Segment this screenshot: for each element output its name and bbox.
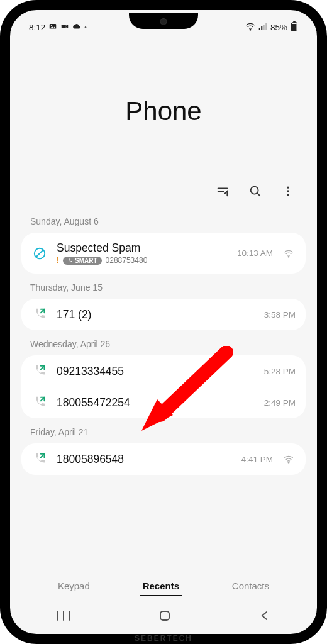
svg-point-20: [288, 256, 289, 257]
date-header: Sunday, August 6: [21, 208, 306, 233]
outgoing-call-icon: [31, 396, 48, 409]
outgoing-call-icon: [31, 364, 48, 378]
call-name: 09213334455: [57, 365, 255, 378]
call-group: 092133344555:28 PM1800554722542:49 PM: [21, 355, 306, 418]
svg-rect-7: [265, 23, 267, 30]
svg-rect-5: [261, 26, 262, 30]
svg-line-19: [36, 250, 43, 257]
device-frame: 8:12 • 85%: [0, 0, 327, 644]
svg-rect-6: [263, 25, 265, 30]
call-main: 180055472254: [57, 396, 255, 409]
search-button[interactable]: [248, 184, 263, 199]
alert-icon: !: [57, 256, 59, 265]
call-row[interactable]: 1800554722542:49 PM: [21, 387, 306, 418]
wifi-icon: [245, 22, 255, 33]
svg-point-1: [51, 25, 52, 26]
filter-button[interactable]: [215, 184, 230, 199]
tab-keypad[interactable]: Keypad: [55, 577, 92, 596]
system-nav-bar: [13, 602, 314, 631]
call-row[interactable]: 180058965484:41 PM: [21, 443, 306, 475]
svg-point-25: [288, 462, 289, 464]
cloud-icon: [72, 23, 81, 32]
call-time: 2:49 PM: [264, 398, 296, 408]
watermark-text: SEBERTECH: [135, 634, 192, 643]
video-icon: [60, 22, 69, 33]
tab-contacts[interactable]: Contacts: [230, 577, 272, 596]
list-toolbar: [13, 184, 314, 208]
call-name: 171 (2): [57, 308, 255, 321]
call-main: 171 (2): [57, 308, 255, 321]
svg-rect-2: [62, 25, 66, 28]
wifi-call-icon: [282, 249, 296, 258]
battery-text: 85%: [270, 23, 287, 32]
call-row[interactable]: 092133344555:28 PM: [21, 355, 306, 387]
call-group: 180058965484:41 PM: [21, 443, 306, 475]
date-header: Thursday, June 15: [21, 274, 306, 299]
nav-recents-button[interactable]: [57, 610, 70, 624]
call-time: 3:58 PM: [264, 310, 296, 319]
call-row[interactable]: Suspected Spam!SMART028875348010:13 AM: [21, 233, 306, 274]
call-name: 180055472254: [57, 396, 255, 409]
call-time: 5:28 PM: [264, 367, 296, 376]
nav-back-button[interactable]: [259, 610, 270, 624]
svg-rect-31: [160, 611, 169, 620]
bottom-tabs: Keypad Recents Contacts: [13, 568, 314, 602]
display-notch: [129, 13, 198, 29]
call-time: 4:41 PM: [241, 455, 273, 464]
outgoing-call-icon: [31, 452, 48, 466]
date-header: Wednesday, April 26: [21, 330, 306, 355]
svg-point-17: [287, 194, 289, 196]
svg-point-16: [287, 190, 289, 192]
more-button[interactable]: [280, 184, 296, 199]
call-time: 10:13 AM: [237, 248, 273, 258]
more-notifications-dot: •: [84, 24, 87, 31]
call-main: Suspected Spam!SMART0288753480: [57, 242, 228, 265]
call-name: 18005896548: [57, 453, 233, 466]
nav-home-button[interactable]: [158, 609, 171, 625]
clock-text: 8:12: [29, 23, 45, 32]
call-group: 171 (2)3:58 PM: [21, 299, 306, 330]
call-main: 18005896548: [57, 453, 233, 466]
svg-line-14: [257, 193, 260, 196]
date-header: Friday, April 21: [21, 418, 306, 443]
tab-recents[interactable]: Recents: [140, 577, 182, 596]
battery-icon: [291, 21, 298, 33]
carrier-pill: SMART: [63, 257, 102, 265]
svg-rect-10: [292, 24, 297, 31]
call-name: Suspected Spam: [57, 242, 228, 255]
svg-point-3: [250, 29, 251, 30]
image-icon: [48, 22, 57, 33]
signal-icon: [258, 22, 267, 33]
page-title: Phone: [125, 96, 201, 126]
call-number: 0288753480: [106, 256, 148, 265]
wifi-call-icon: [282, 455, 296, 464]
outgoing-call-icon: [31, 308, 48, 321]
call-subline: !SMART0288753480: [57, 256, 228, 265]
call-group: Suspected Spam!SMART028875348010:13 AM: [21, 233, 306, 274]
call-row[interactable]: 171 (2)3:58 PM: [21, 299, 306, 330]
svg-point-15: [287, 187, 289, 189]
call-main: 09213334455: [57, 365, 255, 378]
recents-list[interactable]: Sunday, August 6Suspected Spam!SMART0288…: [13, 208, 314, 475]
svg-rect-4: [259, 28, 260, 30]
spam-icon: [31, 247, 48, 260]
app-header: Phone: [13, 39, 314, 184]
